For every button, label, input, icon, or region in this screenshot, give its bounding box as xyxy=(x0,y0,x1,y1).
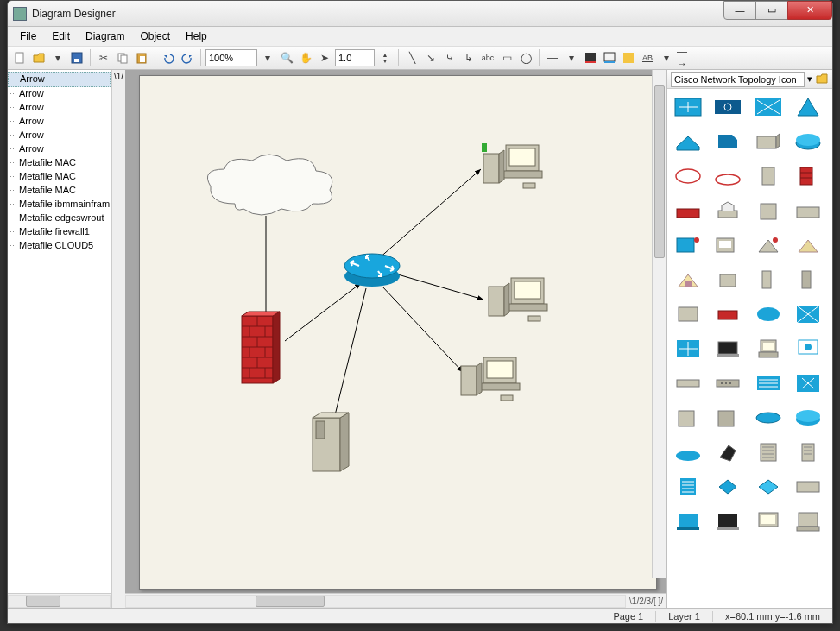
pal-icon[interactable] xyxy=(753,405,784,431)
spin-up-icon[interactable]: ▲▼ xyxy=(376,49,394,66)
pal-icon[interactable] xyxy=(793,405,824,431)
pal-icon[interactable] xyxy=(793,474,824,500)
pal-icon[interactable] xyxy=(673,129,704,155)
gradient-icon[interactable] xyxy=(620,49,637,66)
titlebar[interactable]: Diagram Designer — ▭ ✕ xyxy=(8,1,832,27)
undo-icon[interactable] xyxy=(160,49,177,66)
pal-icon[interactable] xyxy=(753,439,784,465)
pal-icon[interactable] xyxy=(712,163,743,189)
pal-icon[interactable] xyxy=(753,267,784,293)
pal-icon[interactable] xyxy=(793,336,824,362)
pal-icon[interactable] xyxy=(712,370,743,396)
pointer-icon[interactable]: ➤ xyxy=(316,49,333,66)
left-tabstrip[interactable]: \1/ xyxy=(111,70,125,608)
new-icon[interactable] xyxy=(11,49,28,66)
menu-object[interactable]: Object xyxy=(133,28,177,44)
palette-open-icon[interactable] xyxy=(815,72,829,87)
linecolor-icon[interactable] xyxy=(601,49,618,66)
pal-icon[interactable] xyxy=(673,301,704,327)
tree-item[interactable]: Arrow xyxy=(8,115,111,129)
pal-icon[interactable] xyxy=(753,301,784,327)
cloud-shape[interactable] xyxy=(200,152,338,221)
pal-icon[interactable] xyxy=(673,439,704,465)
canvas-vscroll[interactable] xyxy=(652,70,666,578)
pal-icon[interactable] xyxy=(712,94,743,120)
pal-icon[interactable] xyxy=(793,370,824,396)
pal-icon[interactable] xyxy=(673,198,704,224)
pal-icon[interactable] xyxy=(753,474,784,500)
pal-icon[interactable] xyxy=(712,508,743,534)
pal-icon[interactable] xyxy=(753,94,784,120)
pal-icon[interactable] xyxy=(673,163,704,189)
text-tool-icon[interactable]: abc xyxy=(479,49,496,66)
pal-icon[interactable] xyxy=(673,508,704,534)
object-tree[interactable]: Arrow Arrow Arrow Arrow Arrow Arrow Meta… xyxy=(8,70,111,593)
pal-icon[interactable] xyxy=(753,198,784,224)
arrow-tool-icon[interactable]: ↘ xyxy=(422,49,439,66)
tree-item[interactable]: Arrow xyxy=(8,129,111,142)
tree-item[interactable]: Metafile MAC xyxy=(8,156,111,170)
tree-item[interactable]: Arrow xyxy=(8,142,111,156)
textcolor-icon[interactable]: AB xyxy=(639,49,656,66)
tree-item[interactable]: Metafile firewall1 xyxy=(8,225,111,239)
page-tabs[interactable]: \1/2/3/[ ]/ xyxy=(626,596,666,606)
pal-icon[interactable] xyxy=(712,301,743,327)
pal-icon[interactable] xyxy=(793,94,824,120)
tree-item[interactable]: Metafile edgeswrout xyxy=(8,211,111,225)
linestyle-icon[interactable]: — xyxy=(544,49,561,66)
pal-icon[interactable] xyxy=(673,232,704,258)
pal-icon[interactable] xyxy=(753,508,784,534)
tree-item[interactable]: Arrow xyxy=(8,87,111,101)
firewall-shape[interactable] xyxy=(238,311,281,388)
tree-item[interactable]: Metafile CLOUD5 xyxy=(8,239,111,253)
menu-edit[interactable]: Edit xyxy=(45,28,77,44)
save-icon[interactable] xyxy=(68,49,85,66)
line-tool-icon[interactable]: ╲ xyxy=(403,49,420,66)
pal-icon[interactable] xyxy=(753,232,784,258)
pal-icon[interactable] xyxy=(712,336,743,362)
pal-icon[interactable] xyxy=(673,336,704,362)
dropdown2-icon[interactable]: ▾ xyxy=(563,49,580,66)
dropdown3-icon[interactable]: ▾ xyxy=(658,49,675,66)
pal-icon[interactable] xyxy=(712,232,743,258)
pc-shape-2[interactable] xyxy=(483,273,551,328)
connector1-icon[interactable]: ⤷ xyxy=(441,49,458,66)
pal-icon[interactable] xyxy=(753,129,784,155)
pal-icon[interactable] xyxy=(673,474,704,500)
pal-icon[interactable] xyxy=(712,405,743,431)
pal-icon[interactable] xyxy=(793,439,824,465)
fillcolor-icon[interactable] xyxy=(582,49,599,66)
pal-icon[interactable] xyxy=(712,198,743,224)
tree-item[interactable]: Metafile MAC xyxy=(8,170,111,184)
pal-icon[interactable] xyxy=(753,163,784,189)
ellipse-tool-icon[interactable]: ◯ xyxy=(517,49,534,66)
pal-icon[interactable] xyxy=(753,370,784,396)
pal-icon[interactable] xyxy=(793,267,824,293)
zoom-tool-icon[interactable]: 🔍 xyxy=(278,49,295,66)
tree-hscroll[interactable] xyxy=(8,593,111,608)
pal-icon[interactable] xyxy=(793,198,824,224)
pal-icon[interactable] xyxy=(712,129,743,155)
tree-item[interactable]: Metafile ibmmainfram xyxy=(8,198,111,211)
pan-icon[interactable]: ✋ xyxy=(297,49,314,66)
close-button[interactable]: ✕ xyxy=(787,1,832,20)
pal-icon[interactable] xyxy=(673,267,704,293)
maximize-button[interactable]: ▭ xyxy=(755,1,788,20)
zoom-dropdown-icon[interactable]: ▾ xyxy=(259,49,276,66)
tree-item[interactable]: Arrow xyxy=(8,101,111,115)
dropdown-icon[interactable]: ▾ xyxy=(49,49,66,66)
cut-icon[interactable]: ✂ xyxy=(95,49,112,66)
pal-icon[interactable] xyxy=(712,474,743,500)
page[interactable] xyxy=(139,75,657,590)
redo-icon[interactable] xyxy=(179,49,196,66)
pal-icon[interactable] xyxy=(793,301,824,327)
tree-item[interactable]: Arrow xyxy=(8,72,111,87)
pal-icon[interactable] xyxy=(793,508,824,534)
pal-icon[interactable] xyxy=(673,370,704,396)
pal-icon[interactable] xyxy=(793,129,824,155)
palette-grid[interactable] xyxy=(667,89,832,608)
zoom-input[interactable] xyxy=(205,49,257,66)
pal-icon[interactable] xyxy=(673,94,704,120)
chevron-down-icon[interactable]: ▾ xyxy=(805,73,815,85)
pal-icon[interactable] xyxy=(793,232,824,258)
